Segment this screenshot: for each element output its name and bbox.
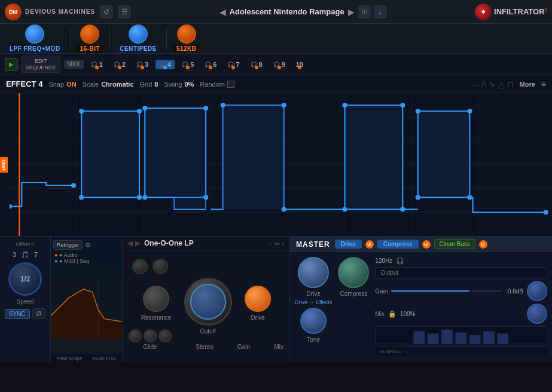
filter-arrow-icon[interactable]: → (266, 240, 272, 247)
glide-knob-1[interactable] (129, 329, 142, 342)
grid-value[interactable]: 8 (154, 81, 158, 88)
bottom-tabs: MultiRand ↑ ↓ (375, 347, 547, 356)
seq-channel-2[interactable]: 🎧 2 (110, 60, 129, 69)
clean-bass-power-button[interactable]: ⏻ (479, 240, 487, 249)
audio-freq-tab[interactable]: Audio Freq (92, 356, 115, 361)
preset-edit-button[interactable]: ⊞ (358, 5, 371, 19)
more-button[interactable]: More (520, 81, 535, 88)
gain-label: Gain (375, 288, 388, 295)
filter-swap-icon[interactable]: ⇔ (275, 240, 279, 247)
preset-slot-2[interactable]: 16-BIT (77, 24, 104, 53)
drive-power-button[interactable]: ⏻ (365, 240, 374, 249)
preset-knob-1[interactable] (25, 24, 44, 44)
preset-strip: LPF FREQ+MOD 16-BIT CENTIPEDE 512KB (0, 24, 552, 54)
small-knob-1[interactable] (132, 259, 148, 274)
filter-next-button[interactable]: ▶ (135, 239, 141, 247)
speed-knob-label: 1/2 (20, 275, 31, 283)
gain-slider[interactable] (391, 290, 502, 292)
seq-channel-6[interactable]: 🎧 6 (201, 60, 220, 69)
mix-row: Mix 🔒 100% (375, 304, 547, 324)
undo-button[interactable]: ↺ (100, 5, 113, 19)
preset-next-button[interactable]: ▶ (348, 7, 355, 17)
compress-tab[interactable]: Compress (377, 240, 419, 249)
random-prop: Random (200, 81, 234, 88)
sync-button[interactable]: SYNC (5, 309, 30, 319)
clean-bass-button[interactable]: Clean Bass (434, 239, 475, 249)
channel-dot-10 (298, 66, 301, 69)
panel-labels: Filter Graph Audio Freq (51, 354, 122, 362)
drive-knob[interactable] (245, 286, 271, 312)
midi-seq-label: ● ● MIDI | Seq (54, 258, 89, 264)
seq-channel-4[interactable]: 🎧 4 (155, 60, 175, 69)
master-right: 120Hz 🎧 Output Gain -0.6dB Mix 🔒 100% (375, 257, 547, 357)
waveform-svg (51, 270, 122, 350)
filter-prev-button[interactable]: ◀ (127, 239, 133, 247)
gain-mini-knob[interactable] (527, 281, 547, 301)
preset-prev-button[interactable]: ◀ (219, 7, 226, 17)
master-tabs: Drive ⏻ Compress ⏻ Clean Bass ⏻ (335, 239, 487, 249)
filter-music-icon[interactable]: ♪ (282, 240, 285, 247)
tone-knob[interactable] (300, 308, 327, 334)
small-knob-2[interactable] (153, 259, 168, 274)
preset-save-button[interactable]: ⤓ (374, 5, 387, 19)
svg-point-37 (467, 109, 472, 114)
effects-link[interactable]: Drive → Effects (295, 299, 332, 305)
svg-marker-42 (51, 289, 122, 339)
sequencer-canvas[interactable] (10, 93, 552, 236)
preset-knob-2[interactable] (80, 24, 99, 44)
preset-slot-2-label: 16-BIT (77, 45, 104, 53)
seq-channel-3[interactable]: 🎧 3 (133, 60, 152, 69)
cutoff-knob-inner (190, 284, 226, 320)
svg-rect-45 (414, 331, 425, 344)
menu-button[interactable]: ≡ (541, 79, 546, 89)
gear-icon[interactable]: ⚙ (85, 241, 91, 249)
multiband-preview (375, 326, 547, 344)
compress-power-button[interactable]: ⏻ (422, 240, 431, 249)
midi-button[interactable]: MIDI (64, 60, 84, 69)
seq-channel-9[interactable]: 🎧 9 (270, 60, 289, 69)
channel-dot-9 (277, 66, 281, 69)
phi-button[interactable]: Ø (32, 308, 46, 319)
channel-dot-6 (209, 66, 212, 69)
filter-graph-tab[interactable]: Filter Graph (57, 356, 82, 361)
seq-channel-7[interactable]: 🎧 7 (224, 60, 243, 69)
preset-slot-3[interactable]: CENTIPEDE (116, 24, 160, 53)
compress-knob[interactable] (338, 257, 369, 288)
svg-rect-14 (81, 111, 139, 197)
curve-triangle-icon[interactable]: △ (498, 79, 505, 89)
curve-square-icon[interactable]: ⊓ (507, 79, 514, 89)
master-drive-knob[interactable] (298, 257, 329, 288)
filter-nav: ◀ ▶ (127, 239, 141, 247)
speed-knob[interactable]: 1/2 (8, 262, 42, 296)
play-button[interactable]: ▶ (5, 58, 18, 71)
random-checkbox[interactable] (227, 81, 234, 88)
resonance-knob[interactable] (143, 286, 169, 312)
seq-channel-10[interactable]: 10 (292, 60, 307, 69)
seq-channel-1[interactable]: 🎧 1 (87, 60, 106, 69)
curve-line-icon[interactable]: — (471, 79, 479, 89)
glide-knob-3[interactable] (158, 329, 172, 342)
swing-value[interactable]: 0% (184, 81, 194, 88)
preset-knob-4[interactable] (177, 24, 196, 44)
menu-icon[interactable]: ☰ (118, 5, 131, 19)
retrigger-button[interactable]: Retrigger (53, 240, 83, 250)
freq-row: 120Hz 🎧 (375, 257, 547, 265)
edit-sequence-button[interactable]: EDITSEQUENCE (22, 56, 60, 74)
snap-value[interactable]: ON (66, 81, 77, 88)
glide-knob-2[interactable] (144, 329, 157, 342)
seq-channel-5[interactable]: 🎧 5 (178, 60, 197, 69)
channel-num-7: 7 (236, 61, 239, 68)
audio-midi-labels: ● ● Audio ● ● MIDI | Seq (54, 252, 89, 264)
curve-sine-icon[interactable]: ∿ (489, 79, 496, 89)
curve-sawtooth-icon[interactable]: /\ (481, 79, 486, 89)
seq-channel-8[interactable]: 🎧 8 (247, 60, 266, 69)
preset-slot-4[interactable]: 512KB (173, 24, 200, 53)
multiband-tab[interactable]: MultiRand ↑ ↓ (377, 348, 411, 355)
scale-value[interactable]: Chromatic (101, 81, 133, 88)
headphone-icon[interactable]: 🎧 (396, 257, 404, 265)
cutoff-knob[interactable] (184, 278, 232, 326)
mix-mini-knob[interactable] (527, 304, 547, 324)
drive-tab[interactable]: Drive (335, 240, 362, 249)
preset-slot-1[interactable]: LPF FREQ+MOD (6, 24, 64, 53)
preset-knob-3[interactable] (129, 24, 148, 44)
